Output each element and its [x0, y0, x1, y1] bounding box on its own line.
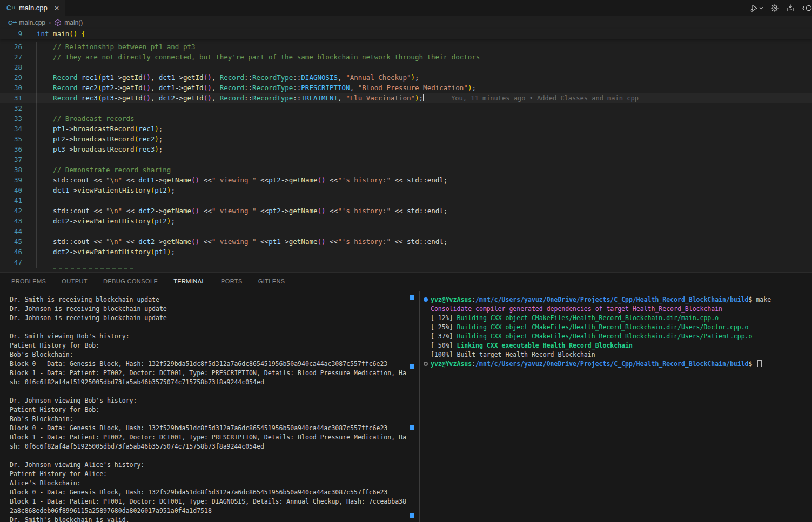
terminal-line: Dr. Smith's blockchain is valid.: [10, 516, 408, 522]
terminal-line: [100%] Built target Health_Record_Blockc…: [419, 350, 812, 360]
terminal-output-right[interactable]: yvz@YvzAsus:/mnt/c/Users/yavuz/OneDrive/…: [419, 291, 812, 522]
terminal-line: Dr. Johnson is receiving blockchain upda…: [10, 304, 408, 314]
code-line[interactable]: 39 std::cout << "\n" << dct1->getName() …: [0, 175, 812, 185]
terminal-line: [ 50%] Linking CXX executable Health_Rec…: [419, 341, 812, 350]
code-text: // Relationship between pt1 and pt3: [37, 42, 196, 52]
scrollbar-marker: [410, 295, 414, 300]
scrollbar-marker: [410, 513, 414, 518]
panel-tab-debug-console[interactable]: DEBUG CONSOLE: [103, 273, 158, 291]
line-number: 28: [0, 62, 22, 72]
line-number: 40: [0, 185, 22, 195]
run-or-debug-icon[interactable]: [749, 4, 763, 12]
panel-tab-ports[interactable]: PORTS: [220, 273, 243, 291]
command-pending-circle-icon: [424, 362, 428, 366]
symbol-cube-icon: [54, 19, 62, 26]
code-text: // Broadcast records: [37, 113, 135, 124]
code-line[interactable]: 44: [0, 226, 812, 236]
panel-tab-bar: PROBLEMSOUTPUTDEBUG CONSOLETERMINALPORTS…: [0, 273, 812, 291]
code-line[interactable]: 27 // They are not directly connected, b…: [0, 52, 812, 62]
terminal-line: Block 1 - Data: Patient: PT002, Doctor: …: [10, 433, 408, 442]
breadcrumb-symbol[interactable]: main(): [64, 19, 83, 26]
code-line[interactable]: 37: [0, 154, 812, 165]
line-number: 37: [0, 154, 22, 165]
line-number: 33: [0, 113, 22, 124]
scrollbar-marker: [410, 425, 414, 430]
terminal-line: Patient History for Bob:: [10, 341, 408, 350]
terminal-line: Dr. Johnson viewing Bob's history:: [10, 396, 408, 405]
code-line[interactable]: 47: [0, 257, 812, 267]
line-number: 44: [0, 226, 22, 236]
terminal-line: Patient History for Alice:: [10, 470, 408, 479]
code-line[interactable]: 36 pt3->broadcastRecord(rec3);: [0, 144, 812, 154]
open-changes-icon[interactable]: [802, 4, 812, 12]
terminal-line: Block 0 - Data: Genesis Block, Hash: 132…: [10, 360, 408, 369]
terminal-line: sh: 0f6c6f82af4af51925005dbd73fa5ab46b35…: [10, 378, 408, 387]
code-area[interactable]: 26 // Relationship between pt1 and pt327…: [0, 39, 812, 272]
terminal-line: Block 0 - Data: Genesis Block, Hash: 132…: [10, 424, 408, 433]
breadcrumb-file[interactable]: main.cpp: [19, 19, 45, 26]
line-number: 47: [0, 257, 22, 267]
code-text: Record rec3(pt3->getId(), dct2->getId(),…: [37, 93, 639, 103]
code-line[interactable]: 40 dct1->viewPatientHistory(pt2);: [0, 185, 812, 195]
code-line[interactable]: 26 // Relationship between pt1 and pt3: [0, 42, 812, 52]
terminal-line: Bob's Blockchain:: [10, 350, 408, 360]
terminal-output-left[interactable]: Dr. Smith is receiving blockchain update…: [0, 291, 408, 522]
chevron-right-icon: ›: [49, 18, 51, 26]
line-number: 32: [0, 103, 22, 113]
terminal-line: [10, 387, 408, 396]
panel-tab-output[interactable]: OUTPUT: [61, 273, 88, 291]
code-text: // They are not directly connected, but …: [37, 52, 480, 62]
code-line[interactable]: 33 // Broadcast records: [0, 113, 812, 124]
terminal-line: sh: 0f6c6f82af4af51925005dbd73fa5ab46b35…: [10, 442, 408, 451]
terminal-split-sash[interactable]: [414, 291, 414, 522]
bottom-panel: PROBLEMSOUTPUTDEBUG CONSOLETERMINALPORTS…: [0, 272, 812, 522]
terminal-line: yvz@YvzAsus:/mnt/c/Users/yavuz/OneDrive/…: [419, 295, 812, 304]
code-line[interactable]: 35 pt2->broadcastRecord(rec2);: [0, 134, 812, 144]
panel-tab-terminal[interactable]: TERMINAL: [173, 273, 206, 291]
code-line[interactable]: 46 dct2->viewPatientHistory(pt1);: [0, 247, 812, 257]
terminal-line: Block 1 - Data: Patient: PT002, Doctor: …: [10, 369, 408, 378]
code-line[interactable]: 42 std::cout << "\n" << dct2->getName() …: [0, 206, 812, 216]
tab-main-cpp[interactable]: C++ main.cpp ×: [0, 0, 65, 16]
code-line[interactable]: 32: [0, 103, 812, 113]
code-text: pt3->broadcastRecord(rec3);: [37, 144, 163, 154]
code-line[interactable]: 45 std::cout << "\n" << dct2->getName() …: [0, 236, 812, 247]
settings-gear-icon[interactable]: [770, 4, 779, 12]
code-line[interactable]: 43 dct2->viewPatientHistory(pt2);: [0, 216, 812, 226]
breadcrumb: C++ main.cpp › main(): [0, 16, 812, 29]
close-icon[interactable]: ×: [55, 4, 59, 12]
cpp-file-icon: C++: [6, 5, 15, 11]
clipped-next-line: [53, 268, 134, 269]
terminal-line: [ 12%] Building CXX object CMakeFiles/He…: [419, 314, 812, 323]
line-number: 42: [0, 206, 22, 216]
line-number: 30: [0, 83, 22, 93]
code-text: dct1->viewPatientHistory(pt2);: [37, 185, 175, 195]
panel-tab-problems[interactable]: PROBLEMS: [11, 273, 46, 291]
terminal-line: Dr. Smith viewing Bob's history:: [10, 332, 408, 341]
code-text: std::cout << "\n" << dct2->getName() <<"…: [37, 236, 447, 247]
line-number: 26: [0, 42, 22, 52]
terminal-line: [ 25%] Building CXX object CMakeFiles/He…: [419, 323, 812, 332]
cpp-file-icon: C++: [8, 19, 16, 26]
code-line[interactable]: 29 Record rec1(pt1->getId(), dct1->getId…: [0, 72, 812, 83]
code-text: // Demonstrate record sharing: [37, 165, 171, 175]
line-number: 35: [0, 134, 22, 144]
code-line[interactable]: 41: [0, 195, 812, 206]
line-number: 29: [0, 72, 22, 83]
terminal-line: [ 37%] Building CXX object CMakeFiles/He…: [419, 332, 812, 341]
terminal-line: Block 0 - Data: Genesis Block, Hash: 132…: [10, 488, 408, 497]
code-line[interactable]: 28: [0, 62, 812, 72]
terminal-line: [10, 451, 408, 460]
code-line[interactable]: 31 Record rec3(pt3->getId(), dct2->getId…: [0, 93, 812, 103]
editor-tab-bar: C++ main.cpp ×: [0, 0, 812, 16]
code-line[interactable]: 34 pt1->broadcastRecord(rec1);: [0, 124, 812, 134]
terminal-line: 2a8c868edeb06f8996115a25897680da8026017a…: [10, 506, 408, 516]
sticky-scroll-line[interactable]: 9 int main() {: [0, 29, 812, 39]
terminal-line: [10, 323, 408, 332]
panel-tab-gitlens[interactable]: GITLENS: [258, 273, 286, 291]
code-line[interactable]: 38 // Demonstrate record sharing: [0, 165, 812, 175]
line-number: 34: [0, 124, 22, 134]
line-number: 38: [0, 165, 22, 175]
code-line[interactable]: 30 Record rec2(pt2->getId(), dct1->getId…: [0, 83, 812, 93]
install-box-icon[interactable]: [786, 4, 795, 12]
